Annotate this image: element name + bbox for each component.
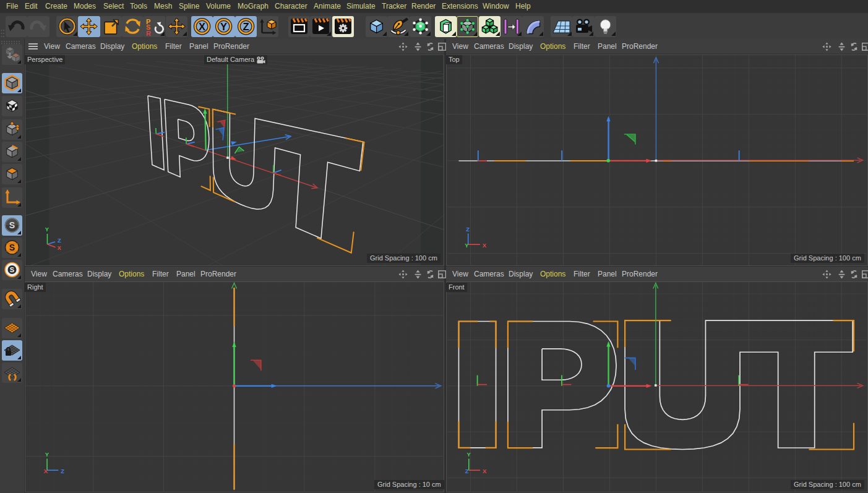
svg-text:Z: Z <box>61 468 64 474</box>
svg-text:X: X <box>483 468 487 474</box>
svg-text:Y: Y <box>465 241 469 248</box>
svg-text:Z: Z <box>465 468 469 474</box>
svg-text:Z: Z <box>466 225 470 232</box>
svg-text:X: X <box>58 244 62 251</box>
svg-text:Y: Y <box>466 451 471 458</box>
svg-text:S: S <box>10 266 14 273</box>
svg-text:S: S <box>9 242 15 252</box>
svg-text:Y: Y <box>45 226 49 233</box>
svg-text:X: X <box>199 21 205 32</box>
svg-text:X: X <box>44 468 48 474</box>
svg-text:Z: Z <box>58 237 61 244</box>
svg-text:Y: Y <box>45 451 49 458</box>
svg-text:Z: Z <box>243 21 249 32</box>
svg-text:R: R <box>146 30 151 37</box>
svg-text:Y: Y <box>220 21 227 32</box>
svg-text:X: X <box>483 241 487 248</box>
svg-text:S: S <box>9 220 15 230</box>
